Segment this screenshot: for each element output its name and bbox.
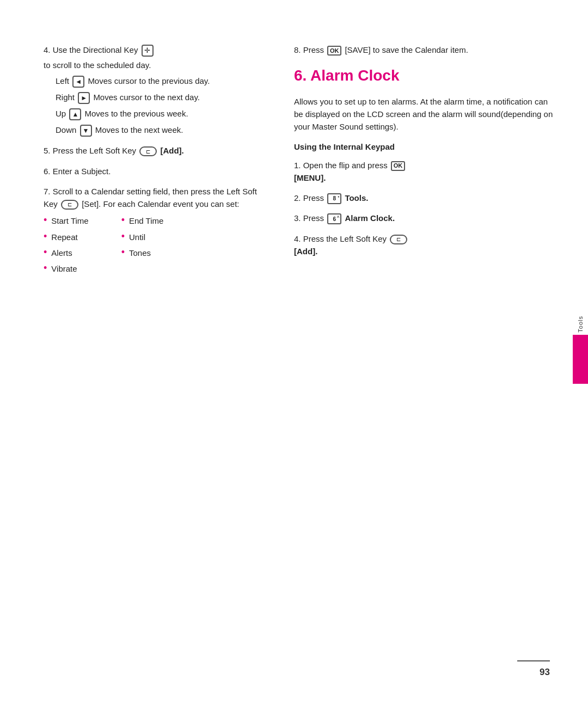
down-direction: Down ▼ Moves to the next week.	[56, 124, 272, 137]
bullet-label: Alerts	[51, 247, 72, 259]
left-key-icon: ◄	[72, 76, 84, 88]
item4-heading: 4. Use the Directional Key	[44, 45, 138, 54]
right-desc-part: Moves cursor to the next day.	[93, 93, 200, 102]
tools-sidebar: Tools	[573, 316, 588, 384]
content-area: 4. Use the Directional Key ✛ to scroll t…	[44, 44, 555, 286]
bullet-dot: •	[121, 214, 125, 226]
section-title: 6. Alarm Clock	[294, 64, 555, 87]
bullet-label: Tones	[129, 247, 151, 259]
softkey-left-icon: ⊏	[139, 146, 157, 156]
step1-rest: [MENU].	[294, 173, 326, 182]
item5-text: 5. Press the Left Soft Key	[44, 146, 136, 155]
bullet-label: Until	[129, 231, 145, 243]
sub-heading-keypad: Using the Internal Keypad	[294, 140, 555, 153]
bullet-alerts: • Alerts	[44, 247, 89, 259]
item6-text: 6. Enter a Subject.	[44, 165, 272, 177]
down-key-icon: ▼	[80, 125, 92, 137]
item-8: 8. Press OK [SAVE] to save the Calendar …	[294, 44, 555, 56]
softkey-set-icon: ⊏	[61, 200, 78, 210]
left-column: 4. Use the Directional Key ✛ to scroll t…	[44, 44, 272, 286]
bullet-dot: •	[44, 247, 47, 259]
page: 4. Use the Directional Key ✛ to scroll t…	[0, 0, 588, 705]
up-key-icon: ▲	[69, 108, 81, 120]
bullet-col-right: • End Time • Until • Tones	[121, 214, 164, 278]
bullet-tones: • Tones	[121, 247, 164, 259]
item8-text: 8. Press	[294, 45, 324, 54]
bullet-dot: •	[121, 231, 125, 243]
bullet-lists: • Start Time • Repeat • Alerts •	[44, 214, 272, 278]
right-key-icon: ►	[78, 92, 90, 104]
step4-text: 4. Press the Left Soft Key	[294, 234, 387, 243]
right-step-1: 1. Open the flip and press OK [MENU].	[294, 159, 555, 185]
bullet-col-left: • Start Time • Repeat • Alerts •	[44, 214, 89, 278]
num-key-6-icon: 6^	[327, 213, 341, 224]
left-desc-part: Moves cursor to the previous day.	[88, 76, 210, 85]
bullet-dot: •	[121, 247, 125, 259]
page-number: 93	[540, 667, 550, 678]
up-label: Up	[56, 109, 66, 118]
bullet-label: Vibrate	[51, 262, 77, 275]
bullet-dot: •	[44, 262, 47, 274]
item5-add: [Add].	[160, 146, 183, 155]
item-7: 7. Scroll to a Calendar setting field, t…	[44, 185, 272, 279]
right-step-2: 2. Press 8* Tools.	[294, 192, 555, 204]
section-description: Allows you to set up to ten alarms. At t…	[294, 95, 555, 133]
bullet-repeat: • Repeat	[44, 231, 89, 243]
item8-rest: [SAVE] to save the Calendar item.	[345, 45, 468, 54]
bullet-dot: •	[44, 231, 47, 243]
step2-rest: Tools.	[345, 193, 368, 203]
right-label: Right	[56, 93, 75, 102]
bullet-vibrate: • Vibrate	[44, 262, 89, 275]
item4-sub: to scroll to the scheduled day.	[44, 59, 272, 71]
bullet-until: • Until	[121, 231, 164, 243]
num-key-8-icon: 8*	[327, 193, 341, 204]
bullet-label: Repeat	[51, 231, 77, 243]
right-step-4: 4. Press the Left Soft Key ⊏ [Add].	[294, 232, 555, 258]
tools-bar-pink	[573, 335, 588, 384]
step1-text: 1. Open the flip and press	[294, 161, 388, 170]
step3-text: 3. Press	[294, 213, 324, 223]
softkey-step4-icon: ⊏	[390, 235, 407, 244]
down-desc-part: Moves to the next week.	[95, 125, 183, 134]
item-4: 4. Use the Directional Key ✛ to scroll t…	[44, 44, 272, 137]
item-6: 6. Enter a Subject.	[44, 165, 272, 177]
bullet-label: End Time	[129, 214, 163, 227]
divider-line	[517, 660, 550, 661]
ok-key-icon: OK	[327, 46, 341, 56]
bullet-dot: •	[44, 214, 47, 226]
ok-key-icon-step1: OK	[391, 161, 405, 171]
tools-label: Tools	[577, 316, 584, 333]
step2-text: 2. Press	[294, 193, 324, 203]
left-direction: Left ◄ Moves cursor to the previous day.	[56, 75, 272, 88]
down-label: Down	[56, 125, 76, 134]
left-label: Left	[56, 76, 69, 85]
step4-add: [Add].	[294, 247, 317, 256]
right-step-3: 3. Press 6^ Alarm Clock.	[294, 212, 555, 224]
section-desc-text: Allows you to set up to ten alarms. At t…	[294, 95, 555, 133]
step3-rest: Alarm Clock.	[345, 213, 395, 223]
item7-rest: [Set]. For each Calendar event you can s…	[82, 199, 239, 209]
bullet-label: Start Time	[51, 214, 88, 227]
bullet-end-time: • End Time	[121, 214, 164, 227]
item-5: 5. Press the Left Soft Key ⊏ [Add].	[44, 144, 272, 157]
right-column: 8. Press OK [SAVE] to save the Calendar …	[294, 44, 555, 286]
up-direction: Up ▲ Moves to the previous week.	[56, 107, 272, 120]
right-direction: Right ► Moves cursor to the next day.	[56, 91, 272, 104]
dir-key-icon: ✛	[142, 45, 154, 57]
up-desc-part: Moves to the previous week.	[85, 109, 188, 118]
bullet-start-time: • Start Time	[44, 214, 89, 227]
